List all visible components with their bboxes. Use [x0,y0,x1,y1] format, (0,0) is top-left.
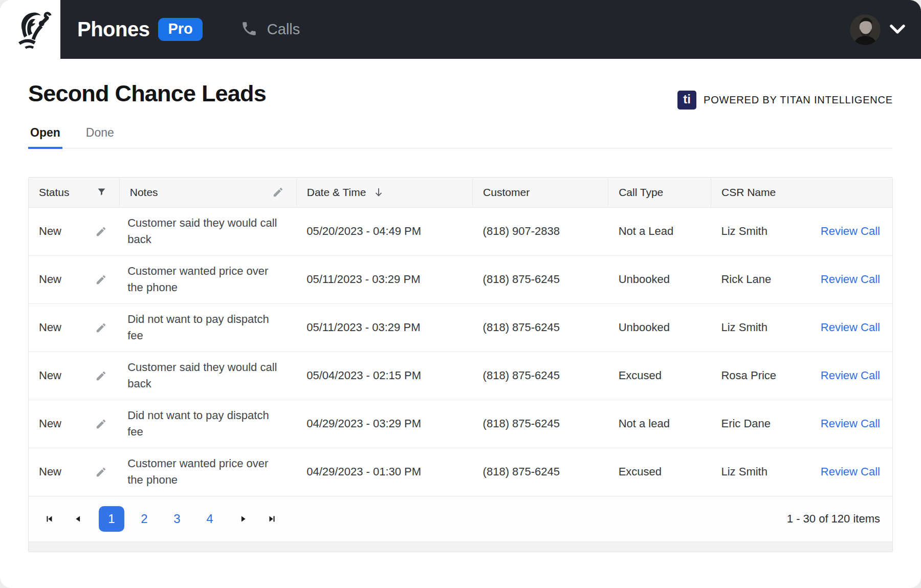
edit-note-icon[interactable] [95,226,107,237]
powered-by: ti POWERED BY TITAN INTELLIGENCE [677,91,893,110]
pagination-bar: 1234 1 - 30 of 120 items [29,496,892,541]
csr-cell: Liz Smith Review Call [711,303,892,352]
avatar [850,14,881,45]
status-value: New [39,321,61,334]
app-name: Phones [77,18,149,41]
review-call-link[interactable]: Review Call [821,321,880,334]
filter-icon[interactable] [96,187,107,198]
last-page-button[interactable] [258,505,287,533]
table-row: New Customer wanted price over the phone… [29,448,892,496]
first-page-button[interactable] [35,505,63,533]
page-button-1[interactable]: 1 [99,506,124,532]
csr-cell: Rosa Price Review Call [711,352,892,400]
csr-name-value: Liz Smith [721,225,767,238]
table-row: New Customer wanted price over the phone… [29,255,892,303]
topbar-dark-region: Phones Pro Calls [60,0,921,59]
status-value: New [39,417,61,430]
csr-name-value: Liz Smith [721,321,767,334]
status-cell: New [29,352,119,400]
csr-name-value: Rosa Price [721,369,776,382]
customer-cell: (818) 875-6245 [473,303,608,352]
edit-note-icon[interactable] [95,274,107,286]
call-type-cell: Unbooked [608,255,711,303]
customer-cell: (818) 907-2838 [473,207,608,255]
status-cell: New [29,255,119,303]
phone-icon [240,20,258,39]
previous-page-button[interactable] [63,505,92,533]
user-menu[interactable] [850,14,907,45]
csr-cell: Rick Lane Review Call [711,255,892,303]
app-window: Phones Pro Calls [0,0,921,588]
table-body: New Customer said they would call back 0… [29,207,892,496]
date-time-cell: 04/29/2023 - 01:30 PM [296,448,472,496]
titan-logo-icon [8,7,52,53]
review-call-link[interactable]: Review Call [821,417,880,430]
review-call-link[interactable]: Review Call [821,273,880,286]
csr-cell: Liz Smith Review Call [711,207,892,255]
date-time-cell: 05/11/2023 - 03:29 PM [296,303,472,352]
chevron-down-icon [888,24,907,36]
page-button-3[interactable]: 3 [164,506,190,532]
leads-table: Status Notes [29,178,892,496]
notes-cell: Customer wanted price over the phone [119,255,296,303]
date-time-cell: 05/11/2023 - 03:29 PM [296,255,472,303]
column-header-notes: Notes [119,178,296,207]
status-value: New [39,369,61,382]
customer-cell: (818) 875-6245 [473,255,608,303]
status-cell: New [29,207,119,255]
sort-descending-icon [373,187,384,198]
csr-name-value: Eric Dane [721,417,771,430]
nav-item-calls[interactable]: Calls [240,20,300,39]
edit-note-icon[interactable] [95,418,107,430]
status-cell: New [29,303,119,352]
column-header-customer: Customer [473,178,608,207]
edit-note-icon[interactable] [95,370,107,382]
customer-cell: (818) 875-6245 [473,352,608,400]
tab-open[interactable]: Open [28,126,62,149]
tabs: Open Done [28,126,893,148]
notes-cell: Did not want to pay dispatch fee [119,303,296,352]
status-value: New [39,465,61,478]
page-button-2[interactable]: 2 [131,506,157,532]
leads-table-card: Status Notes [28,177,893,552]
pager-pages: 1234 [95,506,226,532]
page-content: Second Chance Leads ti POWERED BY TITAN … [0,80,921,552]
column-header-date-time[interactable]: Date & Time [296,178,472,207]
call-type-cell: Unbooked [608,303,711,352]
csr-name-value: Liz Smith [721,465,767,478]
date-time-cell: 04/29/2023 - 03:29 PM [296,400,472,448]
column-header-csr-name: CSR Name [711,178,892,207]
edit-note-icon[interactable] [95,322,107,334]
titan-intelligence-icon: ti [677,91,696,110]
edit-note-icon[interactable] [95,466,107,478]
table-row: New Customer said they would call back 0… [29,207,892,255]
table-row: New Customer said they would call back 0… [29,352,892,400]
topbar: Phones Pro Calls [0,0,921,59]
next-page-button[interactable] [229,505,258,533]
call-type-cell: Not a Lead [608,207,711,255]
nav-calls-label: Calls [267,21,300,38]
csr-cell: Liz Smith Review Call [711,448,892,496]
call-type-cell: Excused [608,352,711,400]
table-row: New Did not want to pay dispatch fee 05/… [29,303,892,352]
page-title: Second Chance Leads [28,80,266,107]
date-time-header-label: Date & Time [307,186,366,199]
edit-column-icon[interactable] [272,186,284,198]
table-row: New Did not want to pay dispatch fee 04/… [29,400,892,448]
column-header-call-type: Call Type [608,178,711,207]
page-button-4[interactable]: 4 [197,506,223,532]
review-call-link[interactable]: Review Call [821,465,880,478]
horizontal-scrollbar-track[interactable] [29,541,892,552]
review-call-link[interactable]: Review Call [821,369,880,382]
call-type-cell: Not a lead [608,400,711,448]
status-value: New [39,273,61,286]
csr-name-value: Rick Lane [721,273,771,286]
notes-cell: Did not want to pay dispatch fee [119,400,296,448]
status-cell: New [29,400,119,448]
review-call-link[interactable]: Review Call [821,225,880,238]
notes-cell: Customer said they would call back [119,207,296,255]
notes-cell: Customer wanted price over the phone [119,448,296,496]
brand-logo[interactable] [0,0,60,59]
pro-badge: Pro [158,18,202,41]
tab-done[interactable]: Done [84,126,116,149]
